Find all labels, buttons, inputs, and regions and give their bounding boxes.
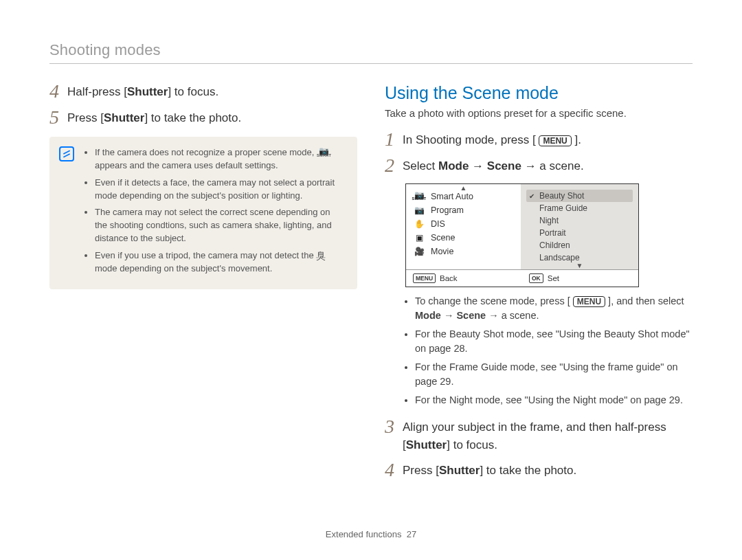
step-4-left: 4 Half-press [Shutter] to focus. [49, 83, 357, 101]
sub-bullet-list: To change the scene mode, press [ MENU ]… [385, 294, 693, 407]
mode-list: ▲ 📷SMART Smart Auto 📷 Program ✋ DIS [406, 184, 521, 269]
text: For the Night mode, see "Using the Night… [415, 394, 683, 405]
footer-back: MENU Back [406, 270, 522, 287]
text: If the camera does not recognize a prope… [95, 147, 317, 157]
step-4-right: 4 Press [Shutter] to take the photo. [385, 462, 693, 480]
text: mode depending on the subject's movement… [95, 263, 272, 273]
scene-label: Frame Guide [539, 203, 587, 213]
mode-item-program: 📷 Program [410, 203, 517, 217]
scene-option: Children [526, 239, 633, 251]
mode-item-smart-auto: 📷SMART Smart Auto [410, 190, 517, 203]
hand-icon: ✋ [413, 219, 425, 229]
screenshot-body: ▲ 📷SMART Smart Auto 📷 Program ✋ DIS [406, 184, 638, 269]
mode-label: Movie [431, 247, 453, 256]
camera-menu-screenshot: ▲ 📷SMART Smart Auto 📷 Program ✋ DIS [405, 183, 639, 287]
text: a scene. [499, 310, 539, 321]
text: Half-press [ [67, 85, 127, 98]
chevron-up-icon: ▲ [460, 184, 467, 192]
note-item: If the camera does not recognize a prope… [95, 146, 344, 172]
text: Even if you use a tripod, the camera may… [95, 250, 316, 260]
scene-submenu: ✔ Beauty Shot Frame Guide Night Portrait… [521, 184, 638, 269]
note-icon [59, 146, 74, 161]
step-number: 4 [49, 82, 67, 101]
footer-set: OK Set [522, 270, 638, 287]
menu-button-icon: MENU [539, 135, 571, 146]
text: ] to focus. [447, 438, 497, 451]
ok-key-icon: OK [529, 273, 543, 283]
text-bold: Shutter [439, 464, 480, 477]
note-item: Even if you use a tripod, the camera may… [95, 249, 344, 276]
text: ] to take the photo. [480, 464, 576, 477]
scene-option: Portrait [526, 227, 633, 239]
bullet-item: For the Night mode, see "Using the Night… [415, 393, 693, 407]
text: For the Frame Guide mode, see "Using the… [415, 361, 678, 387]
text: For the Beauty Shot mode, see "Using the… [415, 328, 690, 354]
scene-label: Children [539, 240, 570, 250]
step-2-right: 2 Select Mode → Scene → a scene. [385, 157, 693, 175]
content-columns: 4 Half-press [Shutter] to focus. 5 Press… [49, 83, 693, 488]
step-number: 2 [385, 156, 403, 175]
mode-label: Program [431, 205, 464, 215]
scene-icon: ▣ [413, 233, 425, 243]
step-1-right: 1 In Shooting mode, press [ MENU ]. [385, 131, 693, 149]
mode-label: DIS [431, 219, 445, 229]
left-column: 4 Half-press [Shutter] to focus. 5 Press… [49, 83, 357, 488]
scene-label: Portrait [539, 228, 566, 238]
scene-option-beauty-shot: ✔ Beauty Shot [526, 190, 633, 202]
step-text: Half-press [Shutter] to focus. [67, 83, 357, 101]
step-5-left: 5 Press [Shutter] to take the photo. [49, 109, 357, 127]
smart-auto-icon: 📷SMART [317, 148, 331, 157]
screenshot-footer: MENU Back OK Set [406, 269, 638, 287]
mode-item-movie: 🎥 Movie [410, 245, 517, 258]
note-item: Even if it detects a face, the camera ma… [95, 177, 344, 203]
step-3-right: 3 Align your subject in the frame, and t… [385, 418, 693, 453]
scene-option: Night [526, 214, 633, 227]
mode-label: Smart Auto [431, 192, 473, 201]
step-text: Press [Shutter] to take the photo. [403, 462, 693, 480]
note-item: The camera may not select the correct sc… [95, 206, 344, 245]
text: In Shooting mode, press [ [403, 133, 539, 146]
scene-option: Frame Guide [526, 202, 633, 214]
step-text: Select Mode → Scene → a scene. [403, 157, 693, 175]
text: ] to focus. [168, 85, 218, 98]
section-header: Shooting modes [49, 41, 693, 64]
step-number: 4 [385, 460, 403, 480]
note-box: If the camera does not recognize a prope… [49, 137, 357, 289]
mode-item-dis: ✋ DIS [410, 217, 517, 231]
bullet-item: For the Frame Guide mode, see "Using the… [415, 360, 693, 389]
page-footer: Extended functions 27 [49, 529, 693, 539]
right-column: Using the Scene mode Take a photo with o… [385, 83, 693, 488]
text: ], and then select [605, 295, 684, 306]
section-heading: Using the Scene mode [385, 83, 693, 103]
camera-icon: 📷 [413, 205, 425, 215]
note-list: If the camera does not recognize a prope… [84, 146, 344, 276]
footer-label: Set [548, 274, 559, 282]
step-text: Align your subject in the frame, and the… [403, 418, 693, 453]
bullet-item: For the Beauty Shot mode, see "Using the… [415, 327, 693, 356]
smart-auto-icon: 📷SMART [413, 192, 425, 201]
text-bold: Shutter [104, 111, 145, 124]
text: To change the scene mode, press [ [415, 295, 573, 306]
chevron-down-icon: ▼ [576, 262, 583, 269]
text: Select [403, 159, 438, 172]
footer-label: Back [440, 274, 458, 282]
text: Press [ [67, 111, 104, 124]
scene-label: Beauty Shot [539, 191, 584, 201]
footer-label: Extended functions [326, 529, 402, 539]
text: appears and the camera uses default sett… [95, 160, 278, 170]
text-bold: Shutter [127, 85, 168, 98]
step-text: Press [Shutter] to take the photo. [67, 109, 357, 127]
text: Press [ [403, 464, 439, 477]
tripod-icon: 臭 [316, 251, 326, 260]
text: → a scene. [521, 159, 584, 172]
mode-item-scene: ▣ Scene [410, 231, 517, 245]
menu-button-icon: MENU [573, 296, 605, 307]
text: The camera may not select the correct sc… [95, 207, 332, 243]
bullet-item: To change the scene mode, press [ MENU ]… [415, 294, 693, 323]
step-number: 1 [385, 130, 403, 149]
movie-icon: 🎥 [413, 247, 425, 256]
text-bold: Mode → Scene [438, 159, 521, 172]
text: ]. [572, 133, 581, 146]
scene-label: Landscape [539, 253, 580, 262]
step-text: In Shooting mode, press [ MENU ]. [403, 131, 693, 149]
